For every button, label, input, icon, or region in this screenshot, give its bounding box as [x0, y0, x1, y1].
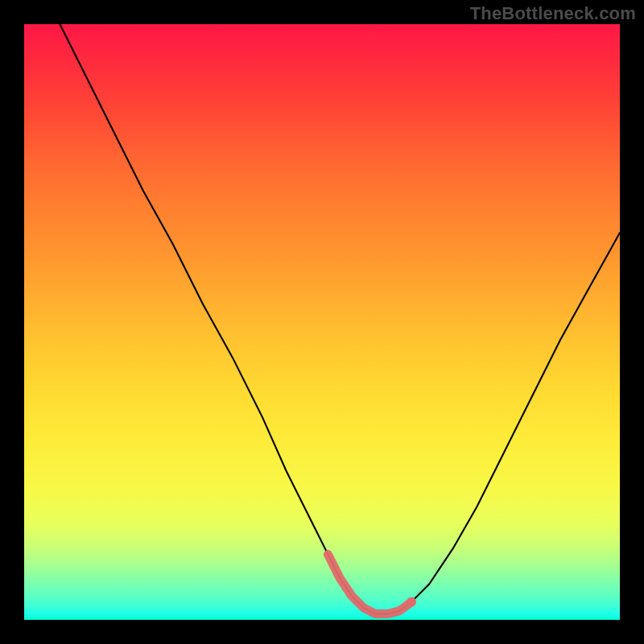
- watermark-label: TheBottleneck.com: [470, 3, 636, 24]
- chart-frame: TheBottleneck.com: [0, 0, 644, 644]
- optimal-range-marker: [328, 555, 411, 614]
- plot-area: [24, 24, 620, 620]
- bottleneck-curve: [60, 24, 620, 614]
- chart-svg: [24, 24, 620, 620]
- optimal-range-end-dot: [407, 597, 416, 607]
